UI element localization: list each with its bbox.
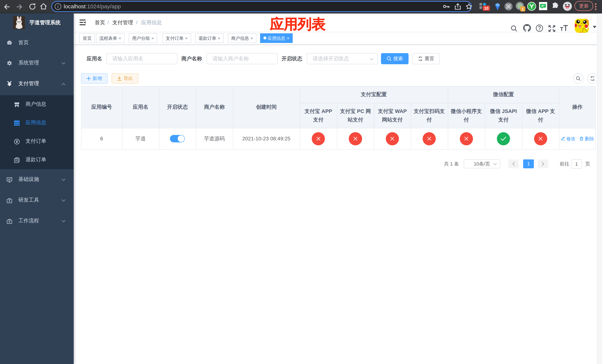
svg-text:10: 10 bbox=[484, 6, 489, 11]
svg-text:1: 1 bbox=[522, 7, 524, 11]
